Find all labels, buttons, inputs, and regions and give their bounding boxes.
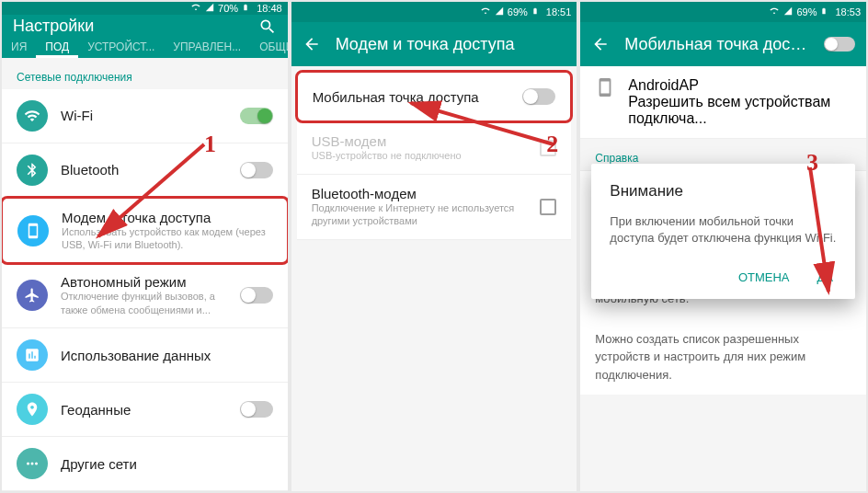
hotspot-master-toggle[interactable]	[824, 37, 855, 52]
app-bar: Настройки	[2, 15, 288, 39]
ok-button[interactable]: ДА	[814, 263, 837, 292]
signal-icon	[205, 3, 214, 14]
bt-tether-label: Bluetooth-модем	[312, 186, 528, 201]
tab-0[interactable]: ИЯ	[2, 39, 36, 58]
ap-name: AndroidAP	[628, 77, 851, 94]
row-datausage[interactable]: Использование данных	[2, 328, 288, 383]
usb-sub: USB-устройство не подключено	[312, 149, 528, 162]
wifi-icon	[190, 3, 201, 14]
bluetooth-label: Bluetooth	[61, 162, 227, 178]
dialog-title: Внимание	[610, 182, 837, 201]
back-icon[interactable]	[591, 35, 610, 53]
row-other[interactable]: Другие сети	[2, 437, 288, 491]
dialog-actions: ОТМЕНА ДА	[610, 263, 837, 292]
row-tethering[interactable]: Модем и точка доступа Использовать устро…	[2, 196, 288, 266]
confirm-dialog: Внимание При включении мобильной точки д…	[591, 164, 855, 299]
tethering-sub: Использовать устройство как модем (через…	[62, 225, 272, 252]
row-usb: USB-модем USB-устройство не подключено	[297, 121, 572, 175]
wifi-label: Wi-Fi	[61, 108, 227, 123]
phone-screen-3: 69% 18:53 Мобильная точка дост... Androi…	[580, 2, 866, 491]
settings-list: Wi-Fi Bluetooth Модем и точка доступа Ис…	[2, 89, 288, 491]
signal-icon	[783, 6, 793, 17]
battery-text: 69%	[508, 6, 528, 17]
phone-screen-2: 69% 18:51 Модем и точка доступа Мобильна…	[291, 2, 577, 491]
dialog-text: При включении мобильной точки доступа бу…	[610, 213, 837, 246]
battery-icon	[242, 2, 249, 15]
ap-sub: Разрешить всем устройствам подключа...	[628, 94, 851, 127]
battery-icon	[531, 6, 539, 18]
tab-3[interactable]: УПРАВЛЕН...	[164, 39, 250, 58]
wifi-icon	[480, 6, 491, 17]
tab-4[interactable]: ОБЩИЕ	[250, 39, 287, 58]
bluetooth-row-icon	[17, 155, 48, 186]
app-bar: Модем и точка доступа	[291, 22, 577, 66]
usb-label: USB-модем	[312, 133, 528, 149]
section-label: Сетевые подключения	[2, 58, 288, 89]
tab-1[interactable]: ПОД	[36, 39, 78, 58]
row-hotspot[interactable]: Мобильная точка доступа	[295, 70, 574, 123]
list-wrapper: Мобильная точка доступа USB-модем USB-ус…	[291, 66, 577, 246]
wifi-row-icon	[17, 100, 48, 132]
bt-tether-sub: Подключение к Интернету не используется …	[312, 201, 528, 228]
hotspot-toggle[interactable]	[522, 88, 555, 105]
phone-screen-1: 70% 18:48 Настройки ИЯ ПОД УСТРОЙСТ... У…	[2, 2, 288, 491]
clock: 18:51	[546, 6, 572, 17]
bt-tether-checkbox[interactable]	[540, 199, 556, 215]
row-geo[interactable]: Геоданные	[2, 383, 288, 437]
clock: 18:48	[257, 3, 282, 14]
datausage-row-icon	[17, 339, 48, 371]
row-airplane[interactable]: Автономный режим Отключение функций вызо…	[2, 263, 288, 328]
tab-bar: ИЯ ПОД УСТРОЙСТ... УПРАВЛЕН... ОБЩИЕ	[2, 39, 288, 58]
app-bar: Мобильная точка дост...	[580, 22, 866, 66]
other-label: Другие сети	[61, 456, 273, 472]
bluetooth-toggle[interactable]	[240, 162, 273, 178]
svg-point-0	[27, 463, 29, 465]
phone-icon	[595, 77, 615, 97]
wifi-icon	[769, 6, 780, 17]
svg-point-1	[31, 463, 34, 465]
airplane-sub: Отключение функций вызовов, а также обме…	[61, 290, 227, 316]
tab-2[interactable]: УСТРОЙСТ...	[78, 39, 164, 58]
status-bar: 69% 18:53	[580, 2, 866, 22]
geo-row-icon	[17, 394, 48, 425]
battery-text: 70%	[218, 3, 238, 14]
datausage-label: Использование данных	[61, 348, 273, 363]
airplane-label: Автономный режим	[61, 274, 227, 290]
signal-icon	[495, 6, 504, 17]
back-icon[interactable]	[303, 35, 321, 53]
other-row-icon	[17, 448, 48, 479]
tether-list: Мобильная точка доступа USB-модем USB-ус…	[297, 70, 572, 240]
airplane-toggle[interactable]	[240, 287, 273, 304]
geo-label: Геоданные	[61, 402, 227, 418]
airplane-row-icon	[17, 280, 48, 311]
row-bluetooth[interactable]: Bluetooth	[2, 143, 288, 198]
status-bar: 69% 18:51	[291, 2, 577, 22]
usb-checkbox	[540, 140, 556, 156]
cancel-button[interactable]: ОТМЕНА	[735, 263, 794, 292]
page-title: Мобильная точка дост...	[624, 35, 809, 54]
hotspot-label: Мобильная точка доступа	[313, 89, 510, 105]
geo-toggle[interactable]	[240, 401, 273, 418]
status-bar: 70% 18:48	[2, 2, 288, 15]
page-title: Настройки	[13, 17, 244, 36]
svg-point-2	[35, 463, 38, 465]
wifi-toggle[interactable]	[240, 108, 273, 124]
battery-icon	[820, 6, 828, 18]
row-bt-tether[interactable]: Bluetooth-модем Подключение к Интернету …	[297, 175, 572, 240]
search-icon[interactable]	[258, 17, 277, 36]
tethering-row-icon	[17, 215, 49, 246]
row-wifi[interactable]: Wi-Fi	[2, 89, 288, 143]
tethering-label: Модем и точка доступа	[62, 210, 272, 225]
clock: 18:53	[835, 6, 861, 17]
body-text-2: Можно создать список разрешенных устройс…	[580, 319, 866, 396]
page-title: Модем и точка доступа	[336, 35, 566, 54]
battery-text: 69%	[796, 6, 817, 17]
ap-row[interactable]: AndroidAP Разрешить всем устройствам под…	[580, 66, 866, 139]
